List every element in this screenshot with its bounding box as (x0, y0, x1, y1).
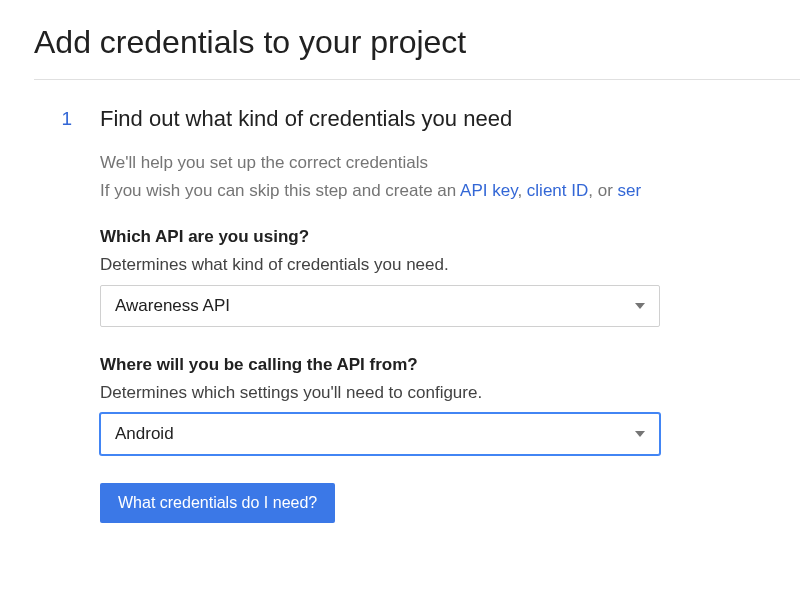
help-text-line-1: We'll help you set up the correct creden… (100, 150, 800, 176)
help-comma-2: , or (588, 181, 617, 200)
field-api-desc: Determines what kind of credentials you … (100, 255, 800, 275)
field-api-label: Which API are you using? (100, 227, 800, 247)
page-title: Add credentials to your project (0, 0, 800, 79)
calling-from-select[interactable]: Android (100, 413, 660, 455)
step-number-container: 1 (0, 106, 100, 523)
service-link[interactable]: ser (618, 181, 642, 200)
help-comma-1: , (517, 181, 526, 200)
step-row: 1 Find out what kind of credentials you … (0, 80, 800, 523)
what-credentials-button[interactable]: What credentials do I need? (100, 483, 335, 523)
chevron-down-icon (635, 303, 645, 309)
step-title: Find out what kind of credentials you ne… (100, 106, 800, 132)
help-text-prefix: If you wish you can skip this step and c… (100, 181, 460, 200)
help-text-line-2: If you wish you can skip this step and c… (100, 178, 800, 204)
api-select-value: Awareness API (115, 296, 230, 316)
step-body: Find out what kind of credentials you ne… (100, 106, 800, 523)
field-group-api: Which API are you using? Determines what… (100, 227, 800, 327)
calling-from-select-value: Android (115, 424, 174, 444)
api-select[interactable]: Awareness API (100, 285, 660, 327)
field-group-calling-from: Where will you be calling the API from? … (100, 355, 800, 455)
client-id-link[interactable]: client ID (527, 181, 588, 200)
step-number: 1 (61, 108, 72, 129)
chevron-down-icon (635, 431, 645, 437)
field-calling-from-label: Where will you be calling the API from? (100, 355, 800, 375)
field-calling-from-desc: Determines which settings you'll need to… (100, 383, 800, 403)
api-key-link[interactable]: API key (460, 181, 517, 200)
